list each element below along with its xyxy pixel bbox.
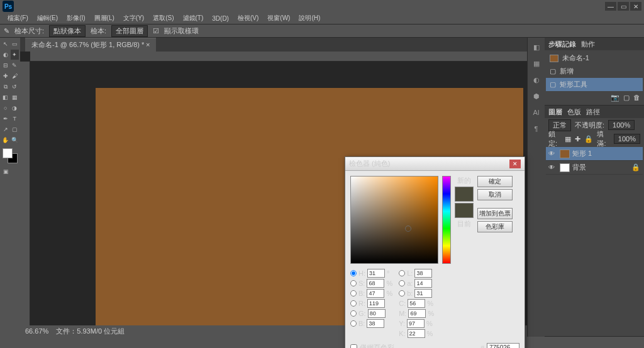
lock-pixels-icon[interactable]: ▦ bbox=[565, 135, 571, 143]
menu-filter[interactable]: 濾鏡(T) bbox=[179, 13, 208, 24]
tab-close-icon[interactable]: × bbox=[146, 41, 150, 48]
type-tool[interactable]: T bbox=[11, 114, 19, 124]
add-swatch-button[interactable]: 增加到色票 bbox=[477, 208, 513, 219]
brush-tool[interactable]: 🖌 bbox=[11, 71, 19, 81]
c-input[interactable] bbox=[408, 299, 425, 308]
close-window-button[interactable]: ✕ bbox=[630, 2, 641, 11]
history-brush-tool[interactable]: ↺ bbox=[11, 82, 19, 92]
l-input[interactable] bbox=[414, 269, 432, 278]
sample-select[interactable]: 全部圖層 bbox=[111, 25, 148, 37]
menu-type[interactable]: 文字(Y) bbox=[119, 13, 148, 24]
ok-button[interactable]: 確定 bbox=[477, 176, 513, 187]
eraser-tool[interactable]: ◧ bbox=[1, 92, 10, 102]
zoom-level[interactable]: 66.67% bbox=[25, 327, 48, 335]
eyedropper-icon[interactable]: ✎ bbox=[4, 27, 9, 35]
lock-position-icon[interactable]: ✚ bbox=[575, 135, 580, 143]
layer-name[interactable]: 背景 bbox=[572, 163, 586, 172]
menu-help[interactable]: 說明(H) bbox=[295, 13, 324, 24]
minimize-button[interactable]: — bbox=[605, 2, 616, 11]
history-new-icon[interactable]: ▢ bbox=[623, 94, 630, 104]
adjustments-panel-icon[interactable]: ◐ bbox=[531, 74, 542, 85]
m-input[interactable] bbox=[408, 309, 426, 318]
character-panel-icon[interactable]: Al bbox=[531, 107, 542, 118]
layer-item[interactable]: 👁 矩形 1 bbox=[546, 147, 643, 161]
menu-3d[interactable]: 3D(D) bbox=[208, 14, 233, 23]
styles-panel-icon[interactable]: ⬢ bbox=[531, 90, 542, 102]
h-input[interactable] bbox=[367, 269, 385, 278]
crop-tool[interactable]: ⊟ bbox=[1, 60, 10, 70]
color-cursor[interactable] bbox=[405, 226, 411, 232]
b3-radio[interactable] bbox=[399, 290, 405, 296]
color-field[interactable] bbox=[350, 176, 438, 264]
layer-item[interactable]: 👁 背景 🔒 bbox=[546, 161, 643, 175]
h-radio[interactable] bbox=[350, 270, 357, 276]
show-ring-checkbox[interactable]: ☑ bbox=[153, 27, 159, 35]
swatches-panel-icon[interactable]: ▦ bbox=[531, 58, 542, 69]
r-input[interactable] bbox=[367, 299, 385, 308]
maximize-button[interactable]: ▭ bbox=[618, 2, 629, 11]
paragraph-panel-icon[interactable]: ¶ bbox=[531, 123, 542, 134]
history-doc[interactable]: 未命名-1 bbox=[546, 52, 643, 65]
paths-tab[interactable]: 路徑 bbox=[586, 107, 600, 117]
gradient-tool[interactable]: ▦ bbox=[11, 92, 19, 102]
menu-select[interactable]: 選取(S) bbox=[149, 13, 177, 24]
a-input[interactable] bbox=[414, 279, 432, 288]
menu-image[interactable]: 影像(I) bbox=[63, 13, 89, 24]
layer-thumb[interactable] bbox=[560, 163, 570, 172]
g-input[interactable] bbox=[368, 309, 386, 318]
eyedropper-tool[interactable]: ✎ bbox=[11, 60, 19, 70]
color-swatch[interactable] bbox=[3, 148, 18, 163]
g-radio[interactable] bbox=[350, 310, 357, 317]
marquee-tool[interactable]: ▭ bbox=[11, 39, 19, 49]
zoom-tool[interactable]: 🔍 bbox=[11, 135, 19, 145]
layer-thumb[interactable] bbox=[560, 150, 570, 158]
cancel-button[interactable]: 取消 bbox=[477, 189, 513, 200]
blur-tool[interactable]: ○ bbox=[1, 103, 10, 113]
stamp-tool[interactable]: ⧉ bbox=[1, 82, 10, 92]
hex-input[interactable] bbox=[487, 343, 519, 348]
visibility-icon[interactable]: 👁 bbox=[548, 150, 557, 157]
web-only-checkbox[interactable] bbox=[350, 344, 357, 348]
path-tool[interactable]: ↗ bbox=[1, 124, 10, 134]
s-radio[interactable] bbox=[350, 280, 357, 286]
channels-tab[interactable]: 色版 bbox=[567, 107, 581, 117]
history-delete-icon[interactable]: 🗑 bbox=[633, 94, 640, 104]
layers-tab[interactable]: 圖層 bbox=[548, 107, 562, 117]
pen-tool[interactable]: ✒ bbox=[1, 114, 10, 124]
hue-slider[interactable] bbox=[442, 176, 451, 264]
history-step[interactable]: ▢新增 bbox=[546, 65, 643, 78]
hand-tool[interactable]: ✋ bbox=[1, 135, 10, 145]
quick-mask-tool[interactable]: ▣ bbox=[1, 166, 10, 177]
magic-wand-tool[interactable]: ✦ bbox=[11, 50, 19, 60]
a-radio[interactable] bbox=[399, 280, 405, 286]
l-radio[interactable] bbox=[399, 270, 405, 276]
visibility-icon[interactable]: 👁 bbox=[548, 164, 557, 171]
fill-input[interactable]: 100% bbox=[614, 134, 640, 144]
close-icon[interactable]: ✕ bbox=[509, 160, 521, 168]
move-tool[interactable]: ↖ bbox=[1, 39, 10, 49]
menu-layer[interactable]: 圖層(L) bbox=[91, 13, 118, 24]
b2-radio[interactable] bbox=[350, 320, 357, 327]
actions-tab[interactable]: 動作 bbox=[581, 40, 595, 49]
bv-input[interactable] bbox=[367, 289, 384, 298]
menu-file[interactable]: 檔案(F) bbox=[4, 13, 32, 24]
k-input[interactable] bbox=[408, 329, 425, 338]
menu-edit[interactable]: 編輯(E) bbox=[33, 13, 62, 24]
s-input[interactable] bbox=[367, 279, 384, 288]
opacity-input[interactable]: 100% bbox=[608, 120, 635, 130]
r-radio[interactable] bbox=[350, 300, 357, 307]
dodge-tool[interactable]: ◑ bbox=[11, 103, 19, 113]
color-libraries-button[interactable]: 色彩庫 bbox=[477, 221, 513, 232]
b-input[interactable] bbox=[367, 319, 384, 328]
current-color-swatch[interactable] bbox=[455, 203, 474, 218]
b-radio[interactable] bbox=[350, 290, 357, 296]
menu-window[interactable]: 視窗(W) bbox=[264, 13, 294, 24]
shape-tool[interactable]: ▢ bbox=[11, 124, 19, 134]
heal-tool[interactable]: ✚ bbox=[1, 71, 10, 81]
lab-b-input[interactable] bbox=[414, 289, 432, 298]
y-input[interactable] bbox=[407, 319, 425, 328]
history-step[interactable]: ▢矩形工具 bbox=[546, 78, 643, 91]
lasso-tool[interactable]: ◐ bbox=[1, 50, 10, 60]
document-tab[interactable]: 未命名-1 @ 66.7% (矩形 1, RGB/8) * × bbox=[25, 38, 156, 52]
menu-view[interactable]: 檢視(V) bbox=[234, 13, 262, 24]
